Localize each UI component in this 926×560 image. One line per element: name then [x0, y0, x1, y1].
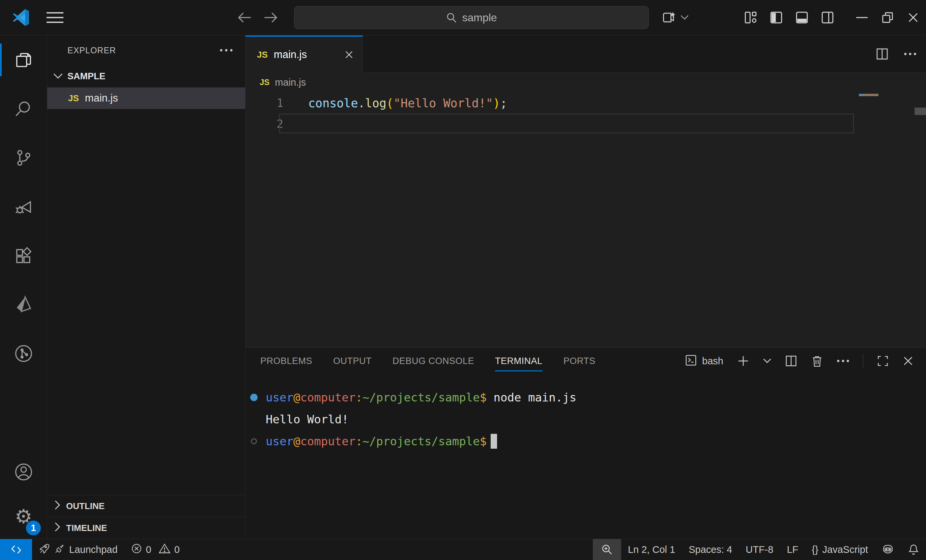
panel-more-actions-icon[interactable] — [837, 359, 849, 363]
line-number: 2 — [245, 114, 283, 135]
window-controls — [738, 0, 926, 35]
current-line-highlight — [279, 114, 854, 133]
language-mode[interactable]: {} JavaScript — [805, 539, 875, 560]
maximize-panel-icon[interactable] — [877, 355, 889, 367]
bottom-panel: PROBLEMS OUTPUT DEBUG CONSOLE TERMINAL P… — [245, 348, 926, 539]
eol-sequence[interactable]: LF — [780, 539, 805, 560]
command-center-search[interactable]: sample — [294, 6, 649, 29]
warning-icon — [159, 543, 170, 556]
editor-scrollbar[interactable] — [914, 107, 926, 115]
folder-sample[interactable]: SAMPLE — [47, 65, 245, 87]
activity-bar: ⚙ 1 — [0, 35, 47, 539]
outline-label: OUTLINE — [66, 501, 104, 512]
tab-terminal[interactable]: TERMINAL — [495, 348, 543, 374]
launchpad-label: Launchpad — [69, 544, 118, 555]
zoom-status-icon[interactable] — [593, 539, 621, 560]
rocket-icon — [39, 543, 50, 557]
tab-ports[interactable]: PORTS — [563, 348, 596, 374]
code-editor[interactable]: 1 console.log("Hello World!"); 2 — [245, 92, 926, 348]
tab-problems[interactable]: PROBLEMS — [260, 348, 312, 374]
extensions-icon[interactable] — [0, 231, 47, 280]
search-view-icon[interactable] — [0, 84, 47, 133]
back-button[interactable] — [233, 0, 256, 35]
chevron-down-icon — [53, 71, 63, 82]
terminal-shell-item[interactable]: bash — [685, 354, 723, 368]
breadcrumb[interactable]: JS main.js — [245, 73, 926, 92]
split-terminal-icon[interactable] — [785, 354, 797, 367]
editor-actions — [875, 35, 917, 73]
search-placeholder: sample — [462, 12, 497, 24]
braces-icon: {} — [812, 544, 818, 555]
copilot-status-icon[interactable] — [875, 539, 901, 560]
chevron-right-icon — [54, 500, 61, 512]
settings-gear-icon[interactable]: ⚙ 1 — [0, 494, 47, 539]
toggle-panel-icon[interactable] — [789, 0, 815, 35]
breadcrumb-file: main.js — [275, 77, 306, 88]
panel-tab-bar: PROBLEMS OUTPUT DEBUG CONSOLE TERMINAL P… — [245, 348, 926, 374]
copilot-menu-button[interactable] — [657, 0, 694, 35]
tab-label: main.js — [274, 48, 338, 61]
indentation[interactable]: Spaces: 4 — [682, 539, 739, 560]
code-line-2: 2 — [245, 114, 926, 135]
error-icon — [131, 543, 142, 556]
toggle-primary-sidebar-icon[interactable] — [763, 0, 789, 35]
tab-debug-console[interactable]: DEBUG CONSOLE — [392, 348, 474, 374]
git-graph-extension-icon[interactable] — [0, 329, 47, 378]
code-line-1: 1 console.log("Hello World!"); — [245, 93, 926, 114]
sidebar-header: EXPLORER — [47, 35, 245, 65]
notifications-bell-icon[interactable] — [901, 539, 926, 560]
cursor-position[interactable]: Ln 2, Col 1 — [621, 539, 682, 560]
toggle-secondary-sidebar-icon[interactable] — [815, 0, 840, 35]
code-content: console.log("Hello World!"); — [308, 93, 507, 114]
split-editor-icon[interactable] — [875, 47, 889, 61]
kill-terminal-icon[interactable] — [811, 354, 823, 367]
prompt-pending-decoration-icon[interactable] — [250, 438, 258, 444]
minimap[interactable] — [859, 94, 878, 96]
menu-icon[interactable] — [43, 0, 67, 35]
close-tab-icon[interactable] — [344, 50, 354, 59]
customize-layout-icon[interactable] — [738, 0, 763, 35]
line-number: 1 — [245, 93, 283, 114]
tab-main-js[interactable]: JS main.js — [245, 35, 363, 73]
file-name: main.js — [85, 92, 118, 104]
sidebar-empty-space — [47, 109, 245, 495]
warning-count: 0 — [174, 544, 180, 555]
vscode-window: sample — [0, 0, 926, 560]
editor-tab-bar: JS main.js — [245, 35, 926, 73]
folder-label: SAMPLE — [67, 71, 106, 82]
terminal-command: node main.js — [487, 390, 576, 404]
outline-section[interactable]: OUTLINE — [47, 495, 245, 517]
vscode-logo-icon — [11, 0, 31, 35]
terminal-line-command: user@computer:~/projects/sample$ node ma… — [250, 386, 926, 408]
panel-toolbar: bash — [685, 348, 914, 374]
javascript-file-icon: JS — [260, 77, 269, 87]
close-window-icon[interactable] — [900, 0, 926, 35]
terminal-content[interactable]: user@computer:~/projects/sample$ node ma… — [245, 374, 926, 539]
remote-indicator[interactable] — [0, 539, 32, 560]
status-bar-right: Ln 2, Col 1 Spaces: 4 UTF-8 LF {} JavaSc… — [593, 539, 926, 560]
error-count: 0 — [146, 544, 151, 555]
forward-button[interactable] — [259, 0, 283, 35]
status-bar: Launchpad 0 0 Ln 2, Col 1 Spaces: 4 UTF-… — [0, 539, 926, 560]
new-terminal-icon[interactable] — [737, 354, 750, 367]
problems-status-item[interactable]: 0 0 — [124, 539, 186, 560]
command-success-decoration-icon[interactable] — [250, 394, 258, 401]
run-and-debug-icon[interactable] — [0, 182, 47, 231]
encoding[interactable]: UTF-8 — [739, 539, 780, 560]
more-actions-icon[interactable] — [904, 52, 917, 56]
terminal-icon — [685, 354, 698, 368]
terminal-dropdown-icon[interactable] — [763, 358, 771, 364]
launchpad-status-item[interactable]: Launchpad — [32, 539, 124, 560]
explorer-more-actions-icon[interactable] — [219, 48, 233, 52]
close-panel-icon[interactable] — [902, 355, 914, 367]
tab-output[interactable]: OUTPUT — [333, 348, 372, 374]
minimize-icon[interactable] — [849, 0, 875, 35]
source-control-icon[interactable] — [0, 133, 47, 182]
javascript-file-icon: JS — [257, 50, 268, 60]
file-main-js[interactable]: JS main.js — [47, 87, 245, 109]
restore-window-icon[interactable] — [875, 0, 900, 35]
pyramid-extension-icon[interactable] — [0, 280, 47, 329]
accounts-icon[interactable] — [0, 450, 47, 494]
explorer-icon[interactable] — [0, 35, 47, 84]
timeline-section[interactable]: TIMELINE — [47, 517, 245, 539]
